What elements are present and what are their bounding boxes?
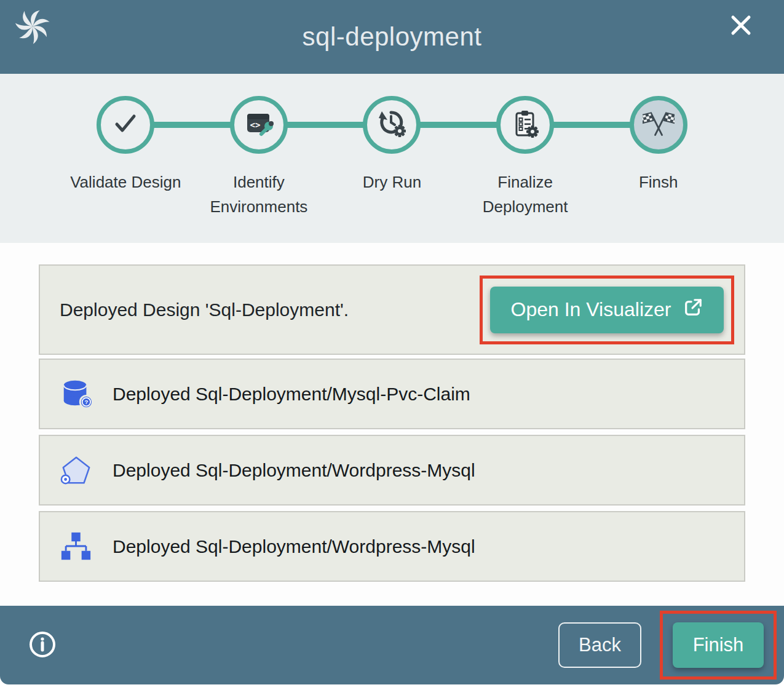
- deployed-item-text: Deployed Sql-Deployment/Mysql-Pvc-Claim: [113, 384, 470, 405]
- close-icon: [727, 12, 754, 41]
- wizard-stepper: Validate Design <> Ide: [0, 74, 784, 243]
- step-circle: <>: [230, 96, 288, 154]
- dialog-title: sql-deployment: [0, 22, 784, 52]
- step-label: Finalize Deployment: [469, 170, 582, 219]
- step-label: Identify Environments: [202, 170, 315, 219]
- open-in-visualizer-label: Open In Visualizer: [511, 298, 671, 321]
- step-validate-design[interactable]: Validate Design: [59, 96, 192, 219]
- annotation-open-visualizer: Open In Visualizer: [480, 276, 734, 344]
- step-circle: [363, 96, 421, 154]
- step-circle-active: [630, 96, 687, 154]
- step-label: Finsh: [639, 170, 678, 194]
- step-identify-environments[interactable]: <> Identify Environments: [192, 96, 326, 219]
- info-button[interactable]: [27, 630, 58, 660]
- step-label: Dry Run: [363, 170, 421, 194]
- dry-run-icon: [377, 109, 406, 141]
- step-finalize-deployment[interactable]: Finalize Deployment: [459, 96, 592, 219]
- code-config-icon: <>: [244, 109, 274, 141]
- dialog-header: sql-deployment: [0, 0, 784, 74]
- open-in-visualizer-button[interactable]: Open In Visualizer: [490, 287, 724, 333]
- svg-text:?: ?: [84, 399, 88, 405]
- step-circle: [97, 96, 154, 154]
- annotation-finish: Finish: [660, 611, 777, 680]
- meshery-logo-icon: [14, 7, 52, 46]
- close-button[interactable]: [726, 11, 756, 41]
- finish-button[interactable]: Finish: [673, 622, 764, 668]
- svg-text:<>: <>: [250, 120, 260, 130]
- pentagon-icon: [60, 454, 93, 487]
- results-panel: Deployed Design 'Sql-Deployment'. Open I…: [0, 243, 784, 606]
- deployment-wizard-dialog: sql-deployment Vali: [0, 0, 784, 684]
- finish-flags-icon: [643, 109, 675, 141]
- deployed-item-text: Deployed Sql-Deployment/Wordpress-Mysql: [113, 536, 475, 557]
- step-finish[interactable]: Finsh: [592, 96, 725, 219]
- deployed-item-text: Deployed Sql-Deployment/Wordpress-Mysql: [113, 460, 475, 481]
- step-dry-run[interactable]: Dry Run: [325, 96, 459, 219]
- database-icon: ?: [60, 378, 93, 411]
- deployed-design-row: Deployed Design 'Sql-Deployment'. Open I…: [39, 264, 745, 355]
- tree-icon: [60, 530, 93, 563]
- back-button[interactable]: Back: [558, 622, 641, 668]
- step-circle: [496, 96, 554, 154]
- deployed-item-row: Deployed Sql-Deployment/Wordpress-Mysql: [39, 511, 745, 582]
- external-link-icon: [683, 298, 703, 322]
- deployed-item-row: ? Deployed Sql-Deployment/Mysql-Pvc-Clai…: [39, 359, 745, 429]
- step-label: Validate Design: [70, 170, 181, 194]
- clipboard-gear-icon: [510, 109, 540, 141]
- check-icon: [111, 109, 140, 141]
- deployed-design-message: Deployed Design 'Sql-Deployment'.: [60, 299, 349, 320]
- dialog-footer: Back Finish: [0, 606, 784, 684]
- deployed-item-row: Deployed Sql-Deployment/Wordpress-Mysql: [39, 435, 745, 506]
- info-icon: [28, 652, 57, 661]
